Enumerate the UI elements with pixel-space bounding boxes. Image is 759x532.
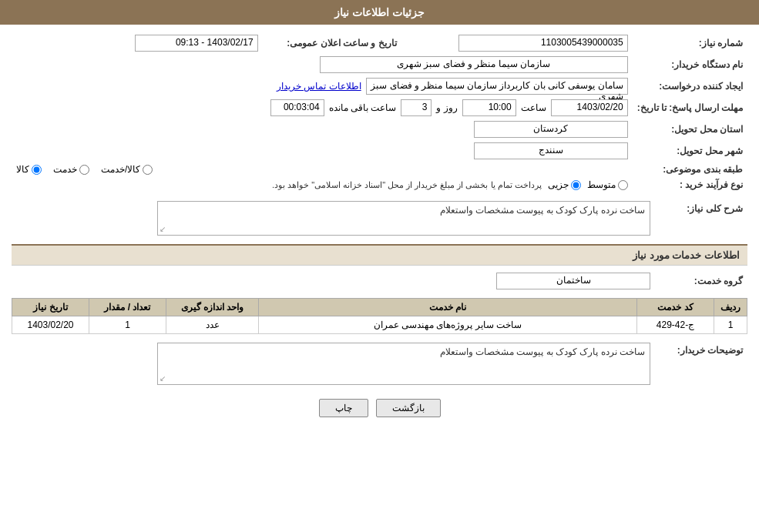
- purchase-medium: متوسط: [587, 179, 628, 190]
- announce-value: 1403/02/17 - 09:13: [135, 35, 258, 52]
- back-button[interactable]: بازگشت: [376, 399, 441, 417]
- deadline-days: 3: [401, 99, 432, 116]
- buyer-desc-table: توضیحات خریدار: ساخت نرده پارک کودک به پ…: [12, 340, 747, 387]
- purchase-type-label: نوع فرآیند خرید :: [633, 177, 747, 192]
- info-table: شماره نیاز: 1103005439000035 تاریخ و ساع…: [12, 32, 747, 192]
- creator-value: سامان یوسفی کانی بان کاربرداز سازمان سیم…: [366, 78, 628, 95]
- col-quantity: تعداد / مقدار: [89, 299, 166, 316]
- city-label: شهر محل تحویل:: [633, 140, 747, 162]
- col-row-num: ردیف: [714, 299, 747, 316]
- deadline-label: مهلت ارسال پاسخ: تا تاریخ:: [633, 97, 747, 119]
- service-group-label: گروه خدمت:: [655, 270, 747, 292]
- deadline-date: 1403/02/20: [551, 99, 628, 116]
- page-title: جزئیات اطلاعات نیاز: [334, 6, 425, 18]
- request-number-label: شماره نیاز:: [633, 32, 747, 54]
- page-header: جزئیات اطلاعات نیاز: [0, 0, 759, 25]
- deadline-time: 10:00: [462, 99, 516, 116]
- col-unit: واحد اندازه گیری: [166, 299, 259, 316]
- radio-service-label: خدمت: [53, 164, 77, 175]
- service-group-table: گروه خدمت: ساختمان: [12, 270, 747, 292]
- need-desc-label: شرح کلی نیاز:: [655, 199, 747, 238]
- purchase-partial-label: جزیی: [548, 179, 569, 190]
- service-group-value: ساختمان: [496, 273, 650, 289]
- creator-label: ایجاد کننده درخواست:: [633, 75, 747, 97]
- purchase-partial-input[interactable]: [571, 180, 581, 190]
- deadline-day-label: روز و: [436, 102, 457, 113]
- radio-goods-label: کالا: [16, 164, 29, 175]
- request-number-value: 1103005439000035: [458, 35, 628, 52]
- cell-quantity: 1: [89, 316, 166, 334]
- need-desc-table: شرح کلی نیاز: ساخت نرده پارک کودک به پیو…: [12, 199, 747, 238]
- deadline-time-label: ساعت: [521, 102, 546, 113]
- radio-goods: کالا: [16, 164, 42, 175]
- radio-service-input[interactable]: [79, 165, 89, 175]
- purchase-partial: جزیی: [548, 179, 581, 190]
- table-row: 1ج-42-429ساخت سایر پروژه‌های مهندسی عمرا…: [12, 316, 747, 334]
- purchase-note: پرداخت تمام یا بخشی از مبلغ خریدار از مح…: [272, 180, 542, 190]
- cell-service_code: ج-42-429: [637, 316, 714, 334]
- radio-goods-service: کالا/خدمت: [101, 164, 153, 175]
- radio-goods-service-label: کالا/خدمت: [101, 164, 140, 175]
- buyer-desc-label: توضیحات خریدار:: [655, 340, 747, 387]
- org-name-label: نام دستگاه خریدار:: [633, 54, 747, 75]
- org-name-value: سازمان سیما منظر و فضای سبز شهری: [320, 56, 628, 73]
- buyer-desc-value: ساخت نرده پارک کودک به پیوست مشخصات واست…: [157, 343, 650, 385]
- col-service-name: نام خدمت: [259, 299, 637, 316]
- need-desc-value: ساخت نرده پارک کودک به پیوست مشخصات واست…: [157, 201, 650, 236]
- services-section-title: اطلاعات خدمات مورد نیاز: [12, 244, 747, 266]
- purchase-medium-input[interactable]: [618, 180, 628, 190]
- col-service-code: کد خدمت: [637, 299, 714, 316]
- cell-date: 1403/02/20: [12, 316, 89, 334]
- print-button[interactable]: چاپ: [319, 399, 368, 417]
- deadline-remaining: 00:03:04: [270, 99, 324, 116]
- cell-unit: عدد: [166, 316, 259, 334]
- province-label: استان محل تحویل:: [633, 119, 747, 140]
- radio-service: خدمت: [53, 164, 89, 175]
- creator-contact-link[interactable]: اطلاعات تماس خریدار: [277, 81, 361, 92]
- city-value: سنندج: [474, 142, 628, 159]
- announce-label: تاریخ و ساعت اعلان عمومی:: [263, 32, 401, 54]
- cell-row_num: 1: [714, 316, 747, 334]
- province-value: کردستان: [474, 121, 628, 138]
- cell-service_name: ساخت سایر پروژه‌های مهندسی عمران: [259, 316, 637, 334]
- radio-goods-input[interactable]: [32, 165, 42, 175]
- radio-goods-service-input[interactable]: [143, 165, 153, 175]
- category-label: طبقه بندی موضوعی:: [633, 162, 747, 177]
- services-table: ردیف کد خدمت نام خدمت واحد اندازه گیری ت…: [12, 298, 747, 334]
- purchase-medium-label: متوسط: [587, 179, 616, 190]
- button-row: بازگشت چاپ: [12, 399, 747, 417]
- deadline-remaining-label: ساعت باقی مانده: [329, 102, 397, 113]
- col-date: تاریخ نیاز: [12, 299, 89, 316]
